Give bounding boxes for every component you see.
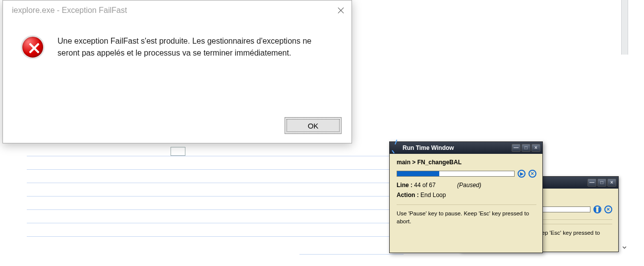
error-icon [21,35,45,59]
app-logo-icon [392,144,400,152]
paused-label: (Paused) [457,182,481,189]
minimize-button[interactable]: — [512,144,521,152]
action-label: Action : [397,192,419,199]
chevron-down-icon[interactable]: ⌄ [621,240,628,251]
scrollbar-fragment[interactable] [621,0,628,55]
window-titlebar[interactable]: Run Time Window — □ × [390,142,542,154]
maximize-button[interactable]: □ [522,144,530,152]
play-button[interactable]: ▶ [518,170,526,178]
line-label: Line : [397,182,412,189]
close-window-button[interactable]: × [531,144,540,152]
background-lined-area [2,147,416,266]
progress-fill [397,171,439,176]
close-window-button[interactable]: × [607,179,616,187]
dialog-title: iexplore.exe - Exception FailFast [12,6,127,15]
action-value: End Loop [420,192,446,199]
stop-button[interactable]: ✕ [604,205,612,213]
small-box [171,147,185,156]
dialog-message: Une exception FailFast s'est produite. L… [58,35,315,59]
progress-bar [397,171,515,177]
action-row: Action : End Loop [397,192,536,199]
window-title: Run Time Window [403,144,454,151]
ok-button[interactable]: OK [285,117,342,134]
line-value: 44 of 67 [414,182,435,189]
runtime-window: Run Time Window — □ × main > FN_changeBA… [389,141,543,253]
error-dialog: iexplore.exe - Exception FailFast Une ex… [2,0,352,143]
stop-button[interactable]: ✕ [528,170,536,178]
line-row: Line : 44 of 67 (Paused) [397,182,536,189]
minimize-button[interactable]: — [587,179,596,187]
breadcrumb: main > FN_changeBAL [397,159,536,166]
hint-text: Use 'Pause' key to pause. Keep 'Esc' key… [397,204,536,225]
maximize-button[interactable]: □ [597,179,606,187]
close-icon[interactable] [338,7,345,14]
pause-button[interactable]: ❚❚ [593,205,601,213]
